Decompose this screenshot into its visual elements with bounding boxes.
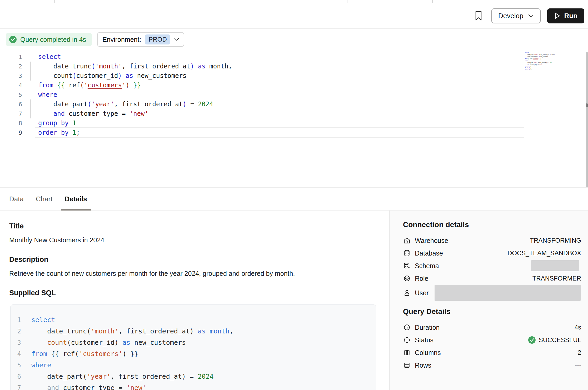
code-text: from {{ ref('customers') }}	[31, 350, 138, 358]
duration-value: 4s	[575, 324, 581, 331]
environment-dropdown[interactable]: Environment: PROD	[97, 32, 184, 47]
rows-row: Rows---	[403, 359, 581, 372]
editor-code-line[interactable]: 5where	[0, 90, 524, 99]
supplied-sql-line: 6 date_part('year', first_ordered_at) = …	[14, 371, 376, 382]
code-token: 1	[72, 129, 76, 136]
line-number: 4	[14, 350, 21, 358]
line-number: 2	[0, 63, 22, 70]
code-token: as	[122, 72, 133, 79]
editor-code-line[interactable]: 1select	[0, 52, 524, 62]
code-token: date_trunc(	[31, 327, 91, 335]
title-value: Monthly New Customers in 2024	[9, 236, 389, 244]
editor-minimap[interactable]: select date_trunc('month', first_ordered…	[525, 52, 557, 73]
code-token: as month	[194, 327, 229, 335]
schema-icon	[403, 262, 411, 270]
code-text: select	[38, 53, 61, 61]
run-button[interactable]: Run	[547, 8, 584, 23]
status-label: Status	[415, 336, 433, 344]
code-text: and customer_type = 'new'	[38, 110, 148, 117]
supplied-sql-heading: Supplied SQL	[9, 289, 389, 297]
tab-details[interactable]: Details	[65, 188, 87, 210]
code-token: 'month'	[91, 327, 118, 335]
toolbar: Develop Run	[0, 3, 588, 29]
code-token: '	[122, 82, 126, 89]
environment-label: Environment:	[102, 36, 141, 43]
code-token: , first_ordered_at)	[118, 327, 194, 335]
code-text: where	[38, 91, 57, 98]
line-number: 7	[0, 111, 22, 117]
database-row: DatabaseDOCS_TEAM_SANDBOX	[403, 247, 581, 259]
code-token: customers	[88, 82, 122, 89]
schema-value	[531, 260, 581, 271]
tab-chart[interactable]: Chart	[36, 188, 53, 210]
tab-data[interactable]: Data	[9, 188, 24, 210]
code-token: 'month'	[95, 63, 122, 70]
app-window: { "toolbar": { "develop_label": "Develop…	[0, 0, 588, 390]
code-token: )	[118, 72, 122, 79]
status-row: Query completed in 4s Environment: PROD	[6, 32, 184, 47]
line-number: 1	[0, 54, 22, 60]
code-token: ref	[529, 58, 532, 59]
code-token: date_trunc	[525, 54, 533, 56]
sql-editor[interactable]: 1select2 date_trunc('month', first_order…	[0, 47, 588, 187]
minimap-line: count(customer_id) as new_customers	[525, 56, 530, 58]
role-value: TRANSFORMER	[532, 275, 581, 282]
editor-code-line[interactable]: 9order by 1;	[0, 128, 524, 137]
user-icon	[403, 289, 411, 297]
code-token: customer_type =	[65, 110, 129, 117]
code-token: ) }}	[122, 350, 138, 358]
code-token: =	[187, 101, 198, 108]
code-token: 'new'	[539, 64, 542, 66]
line-number: 3	[0, 73, 22, 79]
redacted-value-block	[531, 260, 579, 271]
editor-code-line[interactable]: 2 date_trunc('month', first_ordered_at) …	[0, 62, 524, 71]
editor-code-line[interactable]: 8group by 1	[0, 118, 524, 128]
code-token: 'new'	[126, 384, 146, 390]
code-token: new_customers	[133, 72, 186, 79]
line-number: 1	[14, 316, 21, 324]
run-button-label: Run	[564, 12, 577, 20]
supplied-sql-line: 4from {{ ref('customers') }}	[14, 348, 376, 359]
line-number: 5	[0, 92, 22, 98]
code-token: (	[88, 101, 91, 108]
code-token: new_customers	[540, 56, 548, 57]
code-token: (customer_id)	[67, 339, 118, 346]
columns-value: 2	[578, 349, 581, 356]
code-token: (	[80, 82, 84, 89]
code-token: count	[47, 339, 67, 346]
minimap-line: group by 1	[525, 66, 530, 68]
editor-code-line[interactable]: 3 count(customer_id) as new_customers	[0, 71, 524, 81]
minimap-line: where	[525, 60, 530, 62]
top-tab-strip	[0, 0, 588, 3]
query-status-text: Query completed in 4s	[20, 36, 86, 43]
code-text: where	[31, 361, 51, 369]
details-panel: Title Monthly New Customers in 2024 Desc…	[0, 211, 389, 390]
minimap-lines: select date_trunc('month', first_ordered…	[525, 52, 530, 70]
develop-button[interactable]: Develop	[491, 8, 541, 23]
columns-row: Columns2	[403, 346, 581, 359]
code-token: customer_type =	[59, 384, 126, 390]
code-token: group by	[525, 66, 530, 68]
develop-button-label: Develop	[498, 12, 523, 20]
code-token	[69, 129, 72, 136]
play-icon	[554, 12, 560, 19]
editor-code-line[interactable]: 4from {{ ref('customers') }}	[0, 81, 524, 90]
editor-scrollbar[interactable]	[586, 52, 588, 207]
code-token: date_part	[38, 101, 88, 108]
line-number: 8	[0, 120, 22, 127]
rows-value: ---	[575, 362, 581, 369]
clock-icon	[403, 323, 411, 331]
code-text: order by 1;	[38, 129, 80, 136]
code-token: from	[31, 350, 47, 358]
description-heading: Description	[9, 256, 389, 264]
value-text: DOCS_TEAM_SANDBOX	[507, 249, 581, 257]
editor-code-line[interactable]: 6 date_part('year', first_ordered_at) = …	[0, 99, 524, 109]
value-text: ---	[575, 362, 581, 369]
code-text: group by 1	[38, 119, 76, 127]
bookmark-button[interactable]	[474, 10, 484, 22]
connection-details-heading: Connection details	[403, 221, 581, 229]
role-icon	[403, 274, 411, 282]
code-token: 1	[72, 119, 76, 127]
editor-code-line[interactable]: 7 and customer_type = 'new'	[0, 109, 524, 118]
description-value: Retrieve the count of new customers per …	[9, 270, 389, 277]
